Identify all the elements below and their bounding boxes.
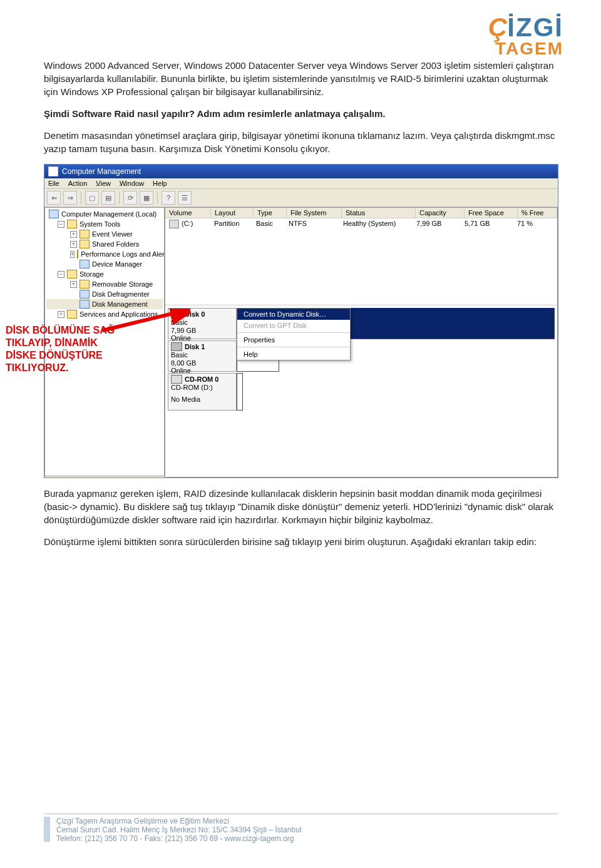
- cdrom-row[interactable]: CD-ROM 0 CD-ROM (D:) No Media: [168, 373, 555, 411]
- paragraph-5: Dönüştürme işlemi bittikten sonra sürücü…: [44, 535, 557, 548]
- perf-icon: [77, 250, 78, 258]
- refresh-button[interactable]: ⟳: [123, 191, 137, 205]
- menubar: File Action View Window Help: [44, 178, 558, 189]
- forward-button[interactable]: ⇒: [63, 191, 77, 205]
- cdrom-partition: [237, 373, 243, 411]
- brand-logo: ÇİZGİ TAGEM: [488, 13, 563, 59]
- tree-perf-logs[interactable]: +Performance Logs and Alerts: [46, 249, 163, 259]
- footer-org: Çizgi Tagem Araştırma Geliştirme ve Eğit…: [56, 817, 301, 825]
- ctx-help[interactable]: Help: [237, 349, 350, 360]
- annotation-arrow-icon: [96, 309, 190, 334]
- footer-contact: Telefon: (212) 356 70 70 - Faks: (212) 3…: [56, 834, 301, 843]
- window-titlebar: Computer Management: [44, 165, 558, 178]
- disk-layout-panel: Disk 0 Basic 7,99 GB Online Convert to D…: [165, 305, 557, 477]
- tree-removable[interactable]: +Removable Storage: [46, 279, 163, 289]
- diskmgmt-icon: [80, 300, 90, 309]
- paragraph-3: Denetim masasından yönetimsel araçlara g…: [44, 129, 557, 155]
- volume-icon: [169, 220, 179, 228]
- header-type[interactable]: Type: [254, 208, 287, 218]
- ctx-properties[interactable]: Properties: [237, 334, 350, 345]
- header-pctfree[interactable]: % Free: [518, 208, 557, 218]
- computer-icon: [49, 210, 59, 218]
- menu-help[interactable]: Help: [153, 180, 167, 187]
- export-button[interactable]: ▦: [140, 191, 153, 205]
- toolbar: ⇐ ⇒ ▢ ▤ ⟳ ▦ ? ☰: [44, 189, 558, 207]
- paragraph-4: Burada yapmanız gereken işlem, RAID dize…: [44, 487, 557, 526]
- header-status[interactable]: Status: [342, 208, 416, 218]
- menu-view[interactable]: View: [96, 180, 111, 187]
- up-button[interactable]: ▢: [85, 191, 99, 205]
- paragraph-2: Şimdi Software Raid nasıl yapılır? Adım …: [44, 107, 557, 120]
- ctx-convert-dynamic[interactable]: Convert to Dynamic Disk…: [237, 309, 350, 320]
- tools-icon: [67, 220, 77, 228]
- app-icon: [48, 166, 58, 176]
- footer-link[interactable]: www.cizgi-tagem.org: [225, 834, 294, 843]
- tree-defrag[interactable]: Disk Defragmenter: [46, 289, 163, 299]
- header-volume[interactable]: Volume: [165, 208, 211, 218]
- back-button[interactable]: ⇐: [47, 191, 61, 205]
- ctx-convert-gpt: Convert to GPT Disk: [237, 320, 350, 331]
- tree-device-manager[interactable]: Device Manager: [46, 259, 163, 269]
- cdrom-label[interactable]: CD-ROM 0 CD-ROM (D:) No Media: [168, 373, 237, 411]
- services-icon: [67, 310, 77, 319]
- page-footer: Çizgi Tagem Araştırma Geliştirme ve Eğit…: [44, 814, 557, 843]
- tree-event-viewer[interactable]: +Event Viewer: [46, 229, 163, 239]
- svg-line-0: [103, 312, 178, 330]
- tree-system-tools[interactable]: −System Tools: [46, 219, 163, 229]
- disk1-label[interactable]: Disk 1 Basic 8,00 GB Online: [168, 340, 237, 372]
- tree-storage[interactable]: −Storage: [46, 269, 163, 279]
- volume-headers: Volume Layout Type File System Status Ca…: [165, 208, 557, 218]
- menu-window[interactable]: Window: [120, 180, 144, 187]
- storage-icon: [67, 270, 77, 278]
- volume-row-c[interactable]: (C:) Partition Basic NTFS Healthy (Syste…: [165, 218, 557, 230]
- help-button[interactable]: ?: [162, 191, 175, 205]
- menu-file[interactable]: File: [48, 180, 59, 187]
- disk-icon: [171, 342, 182, 351]
- context-menu: Convert to Dynamic Disk… Convert to GPT …: [237, 308, 351, 360]
- tree-root[interactable]: Computer Management (Local): [46, 209, 163, 219]
- folder-icon: [80, 240, 90, 248]
- paragraph-1: Windows 2000 Advanced Server, Windows 20…: [44, 59, 557, 98]
- computer-management-window: Computer Management File Action View Win…: [44, 164, 558, 478]
- header-filesystem[interactable]: File System: [287, 208, 342, 218]
- device-icon: [80, 260, 90, 268]
- defrag-icon: [80, 290, 90, 299]
- footer-address: Cemal Sururi Cad. Halim Meriç İş Merkezi…: [56, 825, 301, 834]
- header-freespace[interactable]: Free Space: [465, 208, 518, 218]
- disk0-row[interactable]: Disk 0 Basic 7,99 GB Online Convert to D…: [168, 308, 555, 339]
- cdrom-icon: [171, 375, 182, 384]
- content-panel: Volume Layout Type File System Status Ca…: [165, 207, 558, 477]
- window-title: Computer Management: [62, 167, 141, 176]
- removable-icon: [80, 280, 90, 288]
- tree-shared-folders[interactable]: +Shared Folders: [46, 239, 163, 249]
- properties-button[interactable]: ▤: [101, 191, 115, 205]
- tree-disk-management[interactable]: Disk Management: [46, 299, 163, 309]
- menu-action[interactable]: Action: [68, 180, 88, 187]
- view-button[interactable]: ☰: [178, 191, 192, 205]
- footer-decor-icon: [44, 817, 50, 842]
- header-layout[interactable]: Layout: [211, 208, 254, 218]
- header-capacity[interactable]: Capacity: [416, 208, 465, 218]
- disk1-row[interactable]: Disk 1 Basic 8,00 GB Online 8,00 GB Unal…: [168, 340, 555, 372]
- event-icon: [80, 230, 90, 238]
